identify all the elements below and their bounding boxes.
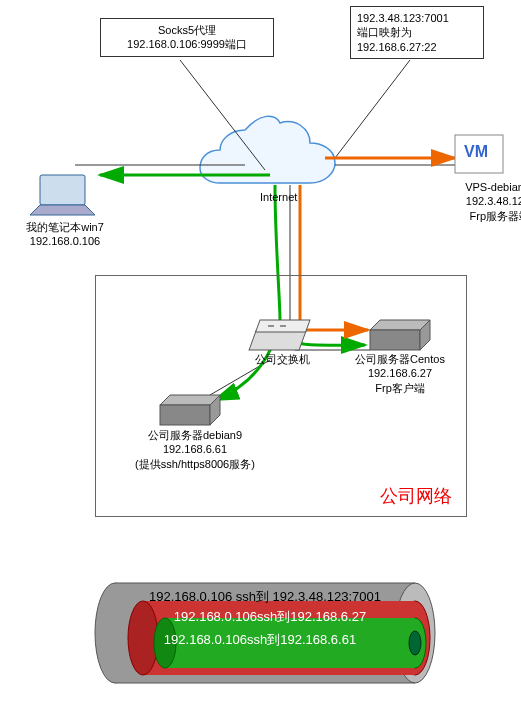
- vm-badge: VM: [464, 142, 488, 163]
- svg-rect-7: [40, 175, 85, 205]
- callout-socks5: Socks5代理 192.168.0.106:9999端口: [100, 18, 274, 57]
- callout-socks5-line1: Socks5代理: [107, 23, 267, 37]
- tunnel-inner-text: 192.168.0.106ssh到192.168.6.61: [130, 632, 390, 649]
- internet-label: Internet: [260, 190, 297, 204]
- centos-label: 公司服务器Centos 192.168.6.27 Frp客户端: [345, 352, 455, 395]
- cloud-icon: [200, 116, 335, 183]
- company-network-label: 公司网络: [380, 485, 452, 508]
- callout-port: 192.3.48.123:7001 端口映射为 192.168.6.27:22: [350, 6, 484, 59]
- vps-label: VPS-debian9 192.3.48.123 Frp服务器端: [440, 180, 521, 223]
- callout-port-line2: 端口映射为: [357, 25, 477, 39]
- svg-marker-8: [30, 205, 95, 215]
- tunnel-outer-text: 192.168.0.106 ssh到 192.3.48.123:7001: [120, 589, 410, 606]
- callout-socks5-line2: 192.168.0.106:9999端口: [107, 37, 267, 51]
- debian9-label: 公司服务器debian9 192.168.6.61 (提供ssh/https80…: [120, 428, 270, 471]
- tunnel-middle-text: 192.168.0.106ssh到192.168.6.27: [140, 609, 400, 626]
- callout-port-line3: 192.168.6.27:22: [357, 40, 477, 54]
- svg-line-6: [335, 60, 410, 158]
- laptop-icon: [30, 175, 95, 215]
- switch-label: 公司交换机: [255, 352, 310, 366]
- callout-port-line1: 192.3.48.123:7001: [357, 11, 477, 25]
- svg-point-31: [409, 631, 421, 655]
- laptop-label: 我的笔记本win7 192.168.0.106: [10, 220, 120, 249]
- company-network-box: [95, 275, 467, 517]
